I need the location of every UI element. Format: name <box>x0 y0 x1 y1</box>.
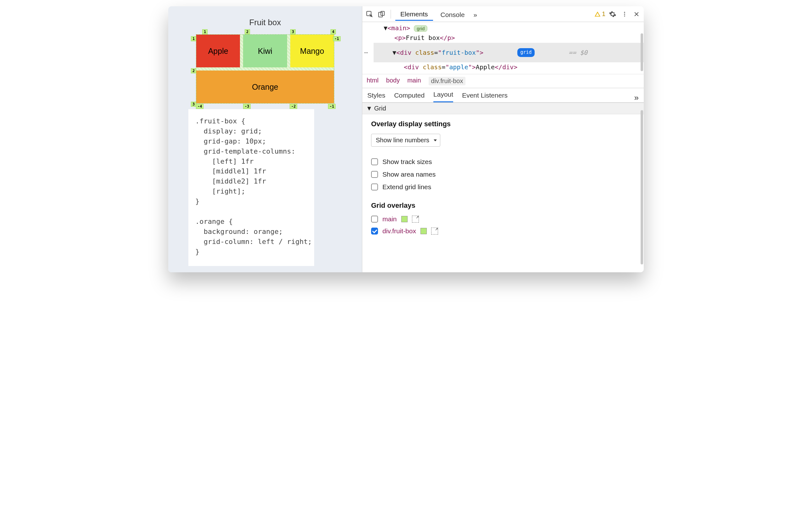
grid-line-number: 1 <box>191 36 196 41</box>
tabs-overflow[interactable]: » <box>472 8 482 20</box>
checkbox-area-names[interactable]: Show area names <box>371 171 635 178</box>
grid-line-number: 4 <box>331 29 336 34</box>
grid-line-number: -1 <box>328 104 336 109</box>
page-preview-pane: Fruit box Apple Kiwi Mango Orange 1 2 3 … <box>168 6 362 272</box>
tab-computed[interactable]: Computed <box>394 92 424 102</box>
grid-overlay-wrapper: Apple Kiwi Mango Orange 1 2 3 4 1 2 3 -1… <box>196 34 334 103</box>
fruit-box-grid[interactable]: Apple Kiwi Mango Orange <box>196 34 334 103</box>
inspect-element-icon[interactable] <box>365 10 374 19</box>
close-icon[interactable] <box>632 10 641 19</box>
warnings-badge[interactable]: 1 <box>594 10 605 18</box>
dom-selected-row[interactable]: ▼<div class="fruit-box"> grid == $0 <box>374 43 644 62</box>
color-swatch[interactable] <box>401 216 408 222</box>
grid-line-number: 3 <box>191 102 196 107</box>
disclosure-triangle-icon[interactable]: ▼ <box>366 105 372 112</box>
overlay-item-main[interactable]: main <box>371 215 635 223</box>
grid-overlays-heading: Grid overlays <box>371 201 635 210</box>
svg-point-3 <box>624 12 625 13</box>
page-title: Fruit box <box>185 18 346 27</box>
line-numbers-select[interactable]: Show line numbers <box>371 134 440 147</box>
css-code-block: .fruit-box { display: grid; grid-gap: 10… <box>188 109 314 266</box>
checkbox-icon[interactable] <box>371 158 378 165</box>
checkbox-icon[interactable] <box>371 183 378 191</box>
grid-line-number: -2 <box>290 104 297 109</box>
dom-tree[interactable]: ▼<main> grid <p>Fruit box</p> ▼<div clas… <box>362 22 644 74</box>
grid-line-number: 3 <box>290 29 295 34</box>
cell-apple[interactable]: Apple <box>196 34 240 67</box>
grid-badge[interactable]: grid <box>517 48 534 57</box>
crumb-main[interactable]: main <box>407 77 421 85</box>
overlay-settings-heading: Overlay display settings <box>371 120 635 128</box>
tab-event-listeners[interactable]: Event Listeners <box>462 92 508 102</box>
crumb-fruit-box[interactable]: div.fruit-box <box>429 77 466 85</box>
checkbox-track-sizes[interactable]: Show track sizes <box>371 158 635 166</box>
grid-line-number: 2 <box>191 68 196 73</box>
side-tabs-overflow[interactable]: » <box>634 96 639 102</box>
kebab-menu-icon[interactable] <box>620 10 629 19</box>
device-toolbar-icon[interactable] <box>377 10 386 19</box>
scrollbar[interactable] <box>641 110 643 264</box>
devtools-pane: Elements Console » 1 ▼<main> grid <p>Fru… <box>362 6 644 272</box>
grid-line-number: -3 <box>243 104 251 109</box>
checkbox-icon[interactable] <box>371 228 378 235</box>
breadcrumb[interactable]: html body main div.fruit-box <box>362 74 644 88</box>
separator <box>391 10 391 18</box>
side-panel-tabs: Styles Computed Layout Event Listeners » <box>362 88 644 103</box>
checkbox-extend-lines[interactable]: Extend grid lines <box>371 183 635 191</box>
checkbox-icon[interactable] <box>371 171 378 178</box>
grid-line-number: -1 <box>333 36 340 41</box>
cell-mango[interactable]: Mango <box>290 34 334 67</box>
warnings-count: 1 <box>602 10 605 18</box>
cell-kiwi[interactable]: Kiwi <box>243 34 287 67</box>
grid-line-number: 1 <box>202 29 207 34</box>
devtools-toolbar: Elements Console » 1 <box>362 6 644 22</box>
crumb-html[interactable]: html <box>367 77 379 85</box>
app-window: Fruit box Apple Kiwi Mango Orange 1 2 3 … <box>168 6 644 272</box>
reveal-element-icon[interactable] <box>431 228 438 235</box>
cell-orange[interactable]: Orange <box>196 71 334 103</box>
checkbox-icon[interactable] <box>371 215 378 223</box>
overlay-item-fruit-box[interactable]: div.fruit-box <box>371 227 635 235</box>
grid-line-number: -4 <box>196 104 203 109</box>
gear-icon[interactable] <box>608 10 617 19</box>
color-swatch[interactable] <box>420 228 427 234</box>
tab-styles[interactable]: Styles <box>367 92 385 102</box>
reveal-element-icon[interactable] <box>412 215 419 223</box>
tab-console[interactable]: Console <box>436 8 470 20</box>
tab-elements[interactable]: Elements <box>395 7 433 21</box>
tab-layout[interactable]: Layout <box>433 91 453 102</box>
grid-line-number: 2 <box>245 29 250 34</box>
grid-section-header[interactable]: ▼ Grid <box>362 103 644 114</box>
crumb-body[interactable]: body <box>386 77 400 85</box>
svg-point-5 <box>624 15 625 16</box>
svg-point-4 <box>624 14 625 14</box>
overlay-settings-panel: Overlay display settings Show line numbe… <box>362 114 644 245</box>
scrollbar[interactable] <box>641 33 643 71</box>
grid-badge[interactable]: grid <box>414 25 427 32</box>
